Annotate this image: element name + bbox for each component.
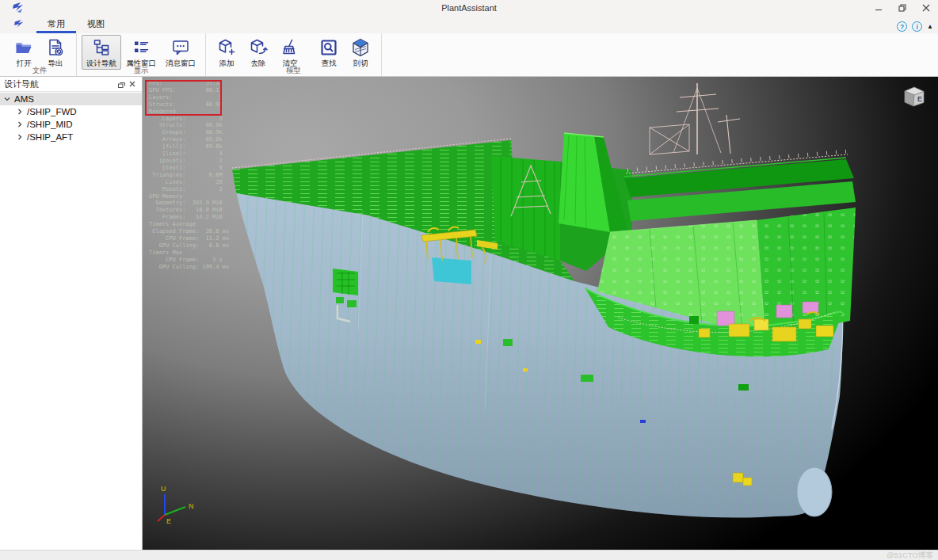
export-document-icon — [46, 38, 65, 57]
app-logo-small-icon[interactable] — [13, 19, 30, 32]
group-label-display: 显示 — [77, 66, 205, 76]
chevron-right-icon[interactable] — [16, 133, 24, 141]
ribbon-group-model: 添加 去除 清空 查找 — [206, 33, 382, 76]
clear-button[interactable]: 清空 — [274, 35, 306, 70]
section-button[interactable]: 剖切 — [345, 35, 376, 70]
tree-item-ship-mid[interactable]: /SHIP_MID — [0, 118, 142, 131]
open-folder-icon — [14, 38, 33, 57]
collapse-ribbon-icon[interactable]: ▲ — [927, 23, 933, 31]
ribbon-group-display: 设计导航 属性窗口 消息窗口 显示 — [77, 33, 206, 76]
design-nav-tree: AMS /SHIP_FWD /SHIP_MID /SHIP_AFT — [0, 92, 142, 143]
close-button[interactable] — [914, 0, 938, 16]
ribbon-group-file: 打开 导出 文件 — [3, 33, 77, 76]
add-button[interactable]: 添加 — [211, 35, 242, 70]
design-nav-button[interactable]: 设计导航 — [82, 35, 121, 70]
property-list-icon — [132, 38, 151, 57]
window-title: PlantAssistant — [0, 3, 938, 13]
axis-north-label: N — [189, 502, 194, 510]
clear-broom-icon — [280, 38, 299, 57]
design-nav-panel: 设计导航 AMS /SHIP_FWD /SHIP_MID — [0, 77, 143, 550]
restore-button[interactable] — [890, 0, 914, 16]
message-window-button[interactable]: 消息窗口 — [161, 35, 200, 70]
find-button[interactable]: 查找 — [313, 35, 345, 70]
remove-button[interactable]: 去除 — [242, 35, 274, 70]
chevron-down-icon[interactable] — [3, 95, 11, 103]
nav-cube-face-label: E — [917, 95, 922, 103]
export-button[interactable]: 导出 — [40, 35, 71, 70]
group-label-file: 文件 — [3, 66, 76, 76]
minimize-button[interactable] — [867, 0, 890, 16]
highlight-rectangle — [145, 80, 222, 116]
open-button[interactable]: 打开 — [8, 35, 40, 70]
find-magnifier-icon — [319, 38, 338, 57]
tab-view[interactable]: 视图 — [76, 16, 116, 33]
tab-common[interactable]: 常用 — [36, 16, 76, 33]
tree-item-ship-aft[interactable]: /SHIP_AFT — [0, 131, 142, 143]
ribbon-tab-row: 常用 视图 ? i ▲ — [0, 16, 938, 33]
title-bar: PlantAssistant — [0, 0, 938, 16]
3d-viewport[interactable]: FPS: 37.3 GPU FPS: 80.1 Layers: 5 Struct… — [143, 77, 938, 550]
message-bubble-icon — [171, 38, 190, 57]
help-button[interactable]: ? — [897, 21, 907, 32]
info-button[interactable]: i — [912, 21, 922, 32]
chevron-right-icon[interactable] — [16, 120, 24, 128]
navigation-cube[interactable]: E — [900, 84, 928, 112]
add-cube-icon — [217, 38, 236, 57]
design-nav-panel-header: 设计导航 — [0, 77, 142, 92]
ship-3d-model[interactable] — [143, 77, 938, 550]
close-panel-icon[interactable] — [127, 78, 138, 90]
watermark: @51CTO博客 — [887, 550, 933, 560]
status-bar: @51CTO博客 — [0, 550, 938, 560]
property-window-button[interactable]: 属性窗口 — [121, 35, 161, 70]
group-label-model: 模型 — [206, 66, 381, 76]
remove-cube-icon — [249, 38, 268, 57]
orientation-axes: U N E — [151, 482, 201, 529]
axis-up-label: U — [161, 485, 166, 493]
chevron-right-icon[interactable] — [16, 108, 24, 116]
panel-title: 设计导航 — [4, 78, 116, 90]
section-cut-icon — [351, 38, 370, 57]
design-nav-tree-icon — [92, 38, 111, 57]
bulbous-bow — [797, 467, 832, 516]
float-panel-icon[interactable] — [116, 78, 127, 90]
axis-east-label: E — [166, 517, 171, 525]
mast-wireframe — [650, 83, 740, 154]
tree-item-ship-fwd[interactable]: /SHIP_FWD — [0, 105, 142, 118]
ribbon: 打开 导出 文件 设计导航 — [0, 33, 938, 77]
tree-item-root[interactable]: AMS — [0, 93, 142, 105]
